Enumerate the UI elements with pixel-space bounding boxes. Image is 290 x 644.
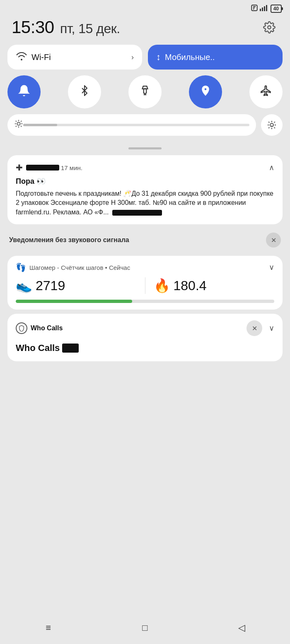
svg-text:A: A (271, 125, 273, 127)
pharmacy-notif-body: Подготовьте печень к праздникам! 🥂До 31 … (16, 189, 274, 217)
pharmacy-notification[interactable]: ✚ 17 мин. ∧ Пора 👀 Подготовьте печень к … (7, 155, 283, 224)
mobile-data-toggle[interactable]: ↕ Мобильные.. (148, 45, 283, 70)
redacted-name (26, 165, 59, 171)
home-button[interactable]: □ (133, 620, 157, 636)
brightness-track (23, 124, 249, 126)
silent-label: Уведомления без звукового сигнала (9, 236, 129, 244)
svg-rect-6 (144, 89, 147, 93)
wifi-chevron-icon: › (131, 53, 134, 62)
svg-rect-3 (264, 6, 265, 11)
time-display: 15:30 пт, 15 дек. (12, 17, 120, 37)
brightness-row: A (7, 114, 283, 136)
calories-stat: 🔥 180.4 (154, 278, 275, 293)
svg-line-22 (268, 122, 269, 123)
who-calls-preview-text: Who Calls (7, 341, 283, 361)
notifications-area: ✚ 17 мин. ∧ Пора 👀 Подготовьте печень к … (0, 155, 290, 361)
svg-line-14 (21, 126, 22, 127)
who-calls-notification[interactable]: Who Calls ✕ ∨ Who Calls (7, 314, 283, 361)
back-button[interactable]: ◁ (229, 620, 254, 636)
brightness-fill (23, 124, 57, 126)
svg-line-23 (274, 127, 275, 128)
pedo-progress-container (7, 300, 283, 310)
svg-rect-2 (262, 7, 263, 11)
menu-icon: ≡ (46, 622, 51, 633)
pedo-stat-divider (145, 277, 145, 294)
wifi-toggle[interactable]: Wi-Fi › (7, 45, 142, 70)
calories-value: 180.4 (174, 278, 207, 293)
steps-stat: 👟 2719 (16, 278, 137, 293)
pharmacy-app-icon: ✚ (16, 163, 23, 173)
bell-toggle[interactable] (7, 75, 41, 108)
time-text: 15:30 (12, 17, 54, 37)
main-toggle-row: Wi-Fi › ↕ Мобильные.. (7, 45, 283, 70)
airplane-toggle[interactable] (249, 75, 283, 108)
pedometer-app-name: Шагомер - Счётчик шагов • Сейчас (29, 264, 266, 271)
settings-gear-button[interactable] (260, 18, 278, 36)
pharmacy-notif-title: Пора 👀 (16, 177, 274, 186)
icon-buttons-row (7, 75, 283, 108)
nfc-icon (251, 4, 258, 13)
steps-value: 2719 (36, 278, 65, 293)
pharmacy-notif-time: 17 мин. (61, 164, 82, 171)
pedometer-notification[interactable]: 👣 Шагомер - Счётчик шагов • Сейчас ∨ 👟 2… (7, 256, 283, 310)
status-bar: 40 (0, 0, 290, 15)
time-date-row: 15:30 пт, 15 дек. (0, 15, 290, 45)
svg-line-27 (274, 122, 275, 123)
bluetooth-icon (79, 85, 90, 99)
svg-point-5 (268, 26, 271, 29)
pedometer-icon: 👣 (16, 262, 26, 272)
pedometer-header: 👣 Шагомер - Счётчик шагов • Сейчас ∨ (7, 256, 283, 277)
notif-header: ✚ 17 мин. ∧ (16, 163, 274, 173)
status-icons: 40 (251, 4, 282, 13)
who-calls-shield-icon (16, 322, 27, 334)
pedometer-expand-icon[interactable]: ∨ (269, 263, 274, 272)
menu-button[interactable]: ≡ (36, 620, 61, 636)
pedo-progress-track (16, 300, 274, 303)
battery-indicator: 40 (271, 5, 282, 13)
pedo-progress-fill (16, 300, 132, 303)
pharmacy-app-name: 17 мин. (26, 164, 262, 171)
drag-indicator (0, 145, 290, 155)
flashlight-toggle[interactable] (128, 75, 162, 108)
bluetooth-toggle[interactable] (68, 75, 101, 108)
quick-toggles-panel: Wi-Fi › ↕ Мобильные.. (0, 45, 290, 145)
airplane-icon (260, 85, 272, 99)
svg-line-18 (21, 121, 22, 122)
pharmacy-expand-icon[interactable]: ∧ (269, 163, 274, 172)
wifi-icon (16, 51, 27, 63)
who-calls-preview-label: Who Calls (16, 343, 62, 353)
calories-icon: 🔥 (154, 278, 170, 293)
drag-pill (128, 147, 162, 149)
location-icon (200, 85, 211, 99)
location-toggle[interactable] (189, 75, 222, 108)
pedometer-body: 👟 2719 🔥 180.4 (7, 277, 283, 300)
steps-icon: 👟 (16, 278, 32, 293)
who-calls-redacted (62, 344, 79, 353)
mobile-data-icon: ↕ (156, 52, 161, 62)
redacted-bottom (112, 210, 162, 216)
back-icon: ◁ (238, 622, 245, 633)
svg-line-26 (268, 127, 269, 128)
who-calls-close-button[interactable]: ✕ (247, 320, 262, 336)
bell-icon (18, 84, 30, 100)
date-text: пт, 15 дек. (60, 21, 120, 36)
mobile-data-label: Мобильные.. (165, 53, 274, 62)
signal-icon (260, 5, 269, 12)
home-icon: □ (142, 622, 147, 633)
svg-line-17 (16, 126, 17, 127)
silent-close-button[interactable]: ✕ (266, 233, 281, 248)
auto-brightness-button[interactable]: A (261, 114, 283, 136)
svg-rect-1 (260, 9, 261, 11)
svg-point-10 (17, 122, 20, 125)
silent-notifications-divider: Уведомления без звукового сигнала ✕ (7, 228, 283, 252)
who-calls-header: Who Calls ✕ ∨ (7, 314, 283, 341)
wifi-label: Wi-Fi (31, 53, 127, 62)
flashlight-icon (140, 85, 150, 99)
svg-line-13 (16, 121, 17, 122)
svg-rect-4 (266, 5, 267, 11)
svg-point-9 (204, 88, 207, 90)
brightness-low-icon (14, 119, 23, 131)
brightness-slider[interactable] (7, 114, 256, 136)
who-calls-app-name: Who Calls (31, 324, 243, 332)
who-calls-expand-icon[interactable]: ∨ (269, 324, 274, 333)
